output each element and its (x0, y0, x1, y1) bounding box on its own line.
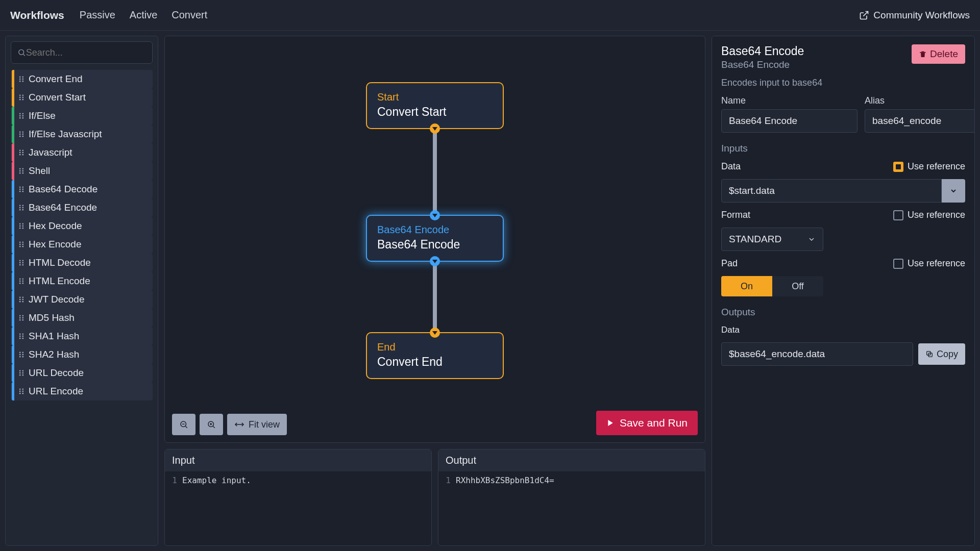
save-and-run-button[interactable]: Save and Run (596, 411, 698, 435)
play-icon (606, 419, 615, 427)
svg-point-36 (22, 170, 23, 172)
palette-item[interactable]: Convert Start (11, 88, 153, 107)
palette-item[interactable]: Shell (11, 162, 153, 180)
out-data-field[interactable] (721, 342, 913, 366)
palette-item-label: Convert Start (29, 92, 86, 103)
svg-point-45 (19, 205, 21, 206)
svg-point-71 (19, 281, 21, 282)
svg-point-107 (19, 391, 21, 392)
svg-point-34 (22, 168, 23, 169)
zoom-out-button[interactable] (172, 414, 195, 435)
format-use-ref[interactable]: Use reference (893, 210, 965, 220)
svg-point-53 (19, 226, 21, 227)
svg-point-11 (19, 97, 21, 98)
drag-handle-icon (14, 112, 29, 119)
node-kind: End (377, 341, 493, 353)
community-link[interactable]: Community Workflows (859, 10, 970, 21)
palette-item[interactable]: URL Encode (11, 382, 153, 400)
palette-item-label: Javascript (29, 147, 72, 158)
svg-point-76 (22, 296, 23, 298)
palette-item[interactable]: Javascript (11, 143, 153, 162)
svg-line-0 (864, 11, 868, 16)
palette-item[interactable]: MD5 Hash (11, 309, 153, 327)
palette-item[interactable]: SHA2 Hash (11, 345, 153, 364)
svg-point-37 (19, 172, 21, 174)
delete-button[interactable]: Delete (912, 44, 965, 64)
fit-view-button[interactable]: Fit view (227, 414, 287, 435)
brand[interactable]: Workflows (10, 9, 64, 21)
palette-item[interactable]: If/Else (11, 107, 153, 125)
port-in-icon[interactable] (430, 210, 440, 220)
drag-handle-icon (14, 76, 29, 83)
svg-point-16 (22, 113, 23, 114)
palette-item[interactable]: Convert End (11, 70, 153, 88)
svg-point-103 (19, 374, 21, 376)
delete-label: Delete (930, 48, 958, 60)
drag-handle-icon (14, 149, 29, 156)
svg-point-27 (19, 149, 21, 151)
port-out-icon[interactable] (430, 123, 440, 134)
input-body[interactable]: 1Example input. (165, 471, 431, 545)
drag-handle-icon (14, 296, 29, 303)
node-end[interactable]: End Convert End (366, 332, 504, 379)
palette-item-label: HTML Encode (29, 276, 90, 287)
drag-handle-icon (14, 222, 29, 230)
palette-item[interactable]: Base64 Decode (11, 180, 153, 198)
palette-item[interactable]: HTML Decode (11, 254, 153, 272)
name-field[interactable] (721, 109, 857, 133)
palette-item[interactable]: Hex Encode (11, 235, 153, 254)
format-select[interactable]: STANDARD (721, 228, 823, 251)
svg-point-84 (22, 317, 23, 319)
svg-point-105 (19, 388, 21, 390)
svg-point-15 (19, 113, 21, 114)
svg-point-33 (19, 168, 21, 169)
node-base64-encode[interactable]: Base64 Encode Base64 Encode (366, 215, 504, 262)
ref-dropdown-button[interactable] (942, 179, 965, 203)
svg-point-3 (19, 76, 21, 78)
svg-point-99 (19, 370, 21, 371)
palette-item[interactable]: If/Else Javascript (11, 125, 153, 143)
palette-item[interactable]: Base64 Encode (11, 198, 153, 217)
use-ref-label: Use reference (908, 161, 965, 172)
svg-point-10 (22, 94, 23, 96)
svg-point-90 (22, 336, 23, 337)
svg-point-68 (22, 264, 23, 266)
palette-item[interactable]: URL Decode (11, 364, 153, 382)
svg-point-108 (22, 391, 23, 392)
node-start[interactable]: Start Convert Start (366, 82, 504, 129)
palette-item-label: Base64 Decode (29, 184, 97, 195)
input-text: Example input. (182, 475, 251, 485)
output-pane: Output 1RXhhbXBsZSBpbnB1dC4= (438, 449, 705, 546)
workflow-canvas[interactable]: Start Convert Start Base64 Encode Base64… (164, 36, 705, 443)
palette-item[interactable]: HTML Encode (11, 272, 153, 290)
palette-item[interactable]: JWT Decode (11, 290, 153, 309)
pad-off-button[interactable]: Off (772, 276, 823, 296)
data-use-ref[interactable]: Use reference (893, 161, 965, 172)
palette-item[interactable]: SHA1 Hash (11, 327, 153, 345)
search-input[interactable] (26, 47, 146, 58)
zoom-in-button[interactable] (200, 414, 223, 435)
svg-point-85 (19, 319, 21, 321)
output-body[interactable]: 1RXhhbXBsZSBpbnB1dC4= (438, 471, 705, 545)
palette-item[interactable]: Hex Decode (11, 217, 153, 235)
data-ref-field[interactable] (721, 179, 942, 203)
svg-point-19 (19, 117, 21, 119)
drag-handle-icon (14, 351, 29, 358)
tab-passive[interactable]: Passive (80, 9, 115, 21)
svg-point-17 (19, 115, 21, 117)
external-link-icon (859, 10, 869, 20)
port-out-icon[interactable] (430, 256, 440, 266)
svg-point-42 (22, 189, 23, 190)
pad-on-button[interactable]: On (721, 276, 772, 296)
svg-point-30 (22, 152, 23, 154)
pad-use-ref[interactable]: Use reference (893, 258, 965, 269)
alias-field[interactable] (865, 109, 975, 133)
port-in-icon[interactable] (430, 328, 440, 338)
svg-point-32 (22, 154, 23, 156)
svg-point-98 (22, 356, 23, 358)
tab-active[interactable]: Active (130, 9, 157, 21)
checkbox-icon (893, 210, 903, 220)
tab-convert[interactable]: Convert (172, 9, 207, 21)
edge (433, 256, 437, 332)
copy-button[interactable]: Copy (918, 343, 965, 365)
